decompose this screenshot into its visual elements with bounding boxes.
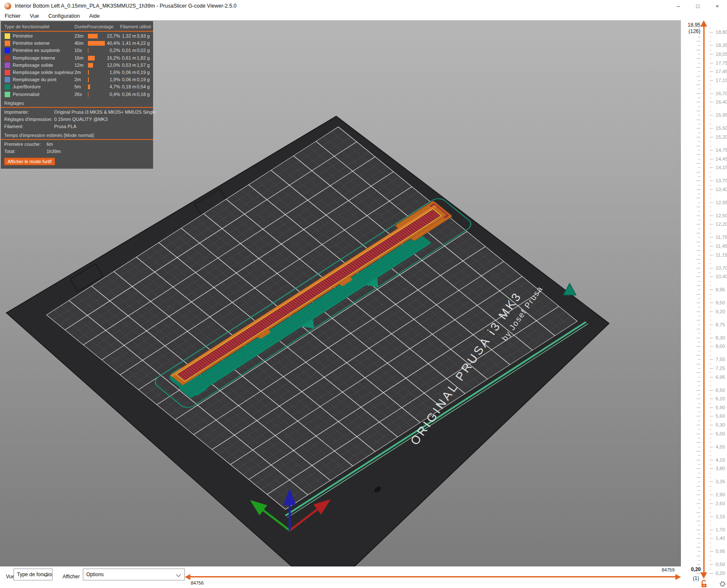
layer-tick <box>697 372 700 373</box>
setting-value: Prusa PLA <box>54 123 150 130</box>
feature-percent-cell: 4,7% <box>87 83 120 90</box>
feature-length: 1,32 m <box>120 33 136 40</box>
layer-tick <box>698 551 700 552</box>
layer-slider-top-value: 18,95 <box>681 22 700 28</box>
layer-tick-label: 4,55 <box>716 444 725 449</box>
feature-label: Remplissage interne <box>13 55 74 62</box>
layer-tick <box>697 189 700 190</box>
layer-tick <box>697 320 700 320</box>
layer-tick <box>710 377 713 377</box>
layer-tick <box>710 102 713 102</box>
legend-feature-row: Périmètre en surplomb10s0,2%0,01 m0,02 g <box>4 47 150 54</box>
window-title: Interior Bottom Left A_0.15mm_PLA_MK3SMM… <box>15 3 669 9</box>
layer-tick <box>710 351 711 351</box>
settings-section-title: Réglages <box>4 99 150 107</box>
layer-tick-label: 11,45 <box>716 243 727 249</box>
view-type-dropdown[interactable]: Type de fonctionnalité <box>14 569 52 580</box>
layer-tick <box>710 159 713 159</box>
close-button[interactable]: × <box>708 0 727 12</box>
feature-weight: 0,18 g <box>136 91 150 98</box>
layer-tick <box>710 50 711 50</box>
layer-tick <box>698 368 700 369</box>
layer-tick <box>710 434 713 434</box>
menu-aide[interactable]: Aide <box>85 12 104 20</box>
layer-tick <box>698 508 700 508</box>
layer-tick <box>697 207 700 207</box>
menu-fichier[interactable]: Fichier <box>0 12 25 20</box>
layer-slider-bottom-handle[interactable] <box>700 572 707 579</box>
layer-tick-label: 18,05 <box>716 52 727 57</box>
layer-tick <box>710 167 713 168</box>
minimize-button[interactable]: – <box>669 0 688 12</box>
stealth-mode-button[interactable]: Afficher le mode furtif <box>4 158 55 165</box>
feature-percent-bar <box>88 48 88 53</box>
feature-percent-bar <box>88 41 105 46</box>
feature-color-swatch <box>5 48 10 53</box>
layer-tick-label: 4,10 <box>716 457 725 462</box>
layer-tick <box>710 451 711 451</box>
feature-label: Personnalisé <box>13 91 74 98</box>
layer-tick-label: 10,40 <box>716 274 727 279</box>
feature-percent-cell: 12,0% <box>87 62 120 69</box>
layer-tick <box>698 263 700 264</box>
layer-tick <box>698 333 700 334</box>
layer-tick <box>710 403 711 404</box>
layer-tick <box>697 364 700 364</box>
layer-tick <box>698 229 700 229</box>
show-options-dropdown[interactable]: Options <box>83 569 185 580</box>
feature-label: Remplissage du pont <box>13 76 74 83</box>
layer-tick <box>710 421 711 421</box>
maximize-button[interactable]: □ <box>688 0 708 12</box>
feature-percent: 1,9% <box>110 76 120 83</box>
move-slider-left-arrow[interactable] <box>185 574 190 580</box>
layer-tick <box>697 93 700 94</box>
feature-weight: 0,02 g <box>136 47 150 54</box>
layer-tick <box>697 564 700 565</box>
unlock-icon[interactable] <box>701 580 708 588</box>
time-value: 1h39m <box>47 148 150 155</box>
layer-tick-label: 17,45 <box>716 69 727 74</box>
layer-slider-track[interactable] <box>703 25 705 572</box>
layer-tick <box>697 294 700 295</box>
layer-tick <box>710 41 711 41</box>
gear-icon[interactable] <box>719 581 726 588</box>
layer-tick <box>710 442 711 443</box>
layer-tick <box>710 54 713 55</box>
3d-viewport[interactable]: ORIGINAL PRUSA i3 MK3 by Josef Prusa Typ… <box>0 20 681 566</box>
layer-tick <box>710 237 713 238</box>
layer-tick <box>698 107 700 107</box>
feature-percent-cell: 40,4% <box>87 40 120 47</box>
layer-tick <box>697 58 700 59</box>
layer-tick <box>710 569 711 569</box>
feature-percent-cell: 1,6% <box>87 69 120 76</box>
feature-color-swatch <box>5 63 10 68</box>
layer-tick-label: 2,90 <box>716 492 725 497</box>
layer-tick <box>710 294 711 295</box>
feature-weight: 0,54 g <box>136 83 150 90</box>
layer-tick <box>710 560 711 561</box>
layer-tick <box>697 503 700 504</box>
layer-tick <box>710 146 711 146</box>
menu-vue[interactable]: Vue <box>25 12 44 20</box>
layer-tick <box>697 216 700 216</box>
menu-configuration[interactable]: Configuration <box>44 12 84 20</box>
feature-percent-bar <box>88 77 89 82</box>
layer-tick <box>698 71 700 72</box>
layer-tick-label: 5,00 <box>716 431 725 436</box>
layer-tick <box>698 325 700 325</box>
times-rows: Première couche:6mTotal:1h39m <box>4 141 150 155</box>
layer-tick <box>697 390 700 391</box>
layer-slider[interactable]: 18,95 (126) 0,200,500,951,401,702,152,60… <box>681 20 727 588</box>
move-slider-start-value: 84756 <box>191 580 204 585</box>
layer-tick <box>710 342 711 342</box>
layer-tick <box>697 451 700 451</box>
layer-tick <box>710 98 711 98</box>
layer-tick <box>710 508 711 508</box>
layer-tick <box>698 481 700 482</box>
setting-row: Réglages d'impression:0.15mm QUALITY @MK… <box>4 116 150 123</box>
move-slider-track[interactable] <box>190 576 675 577</box>
layer-tick <box>710 495 713 495</box>
move-slider-right-arrow[interactable] <box>675 574 681 580</box>
layer-tick <box>710 285 711 286</box>
layer-tick <box>698 176 700 177</box>
